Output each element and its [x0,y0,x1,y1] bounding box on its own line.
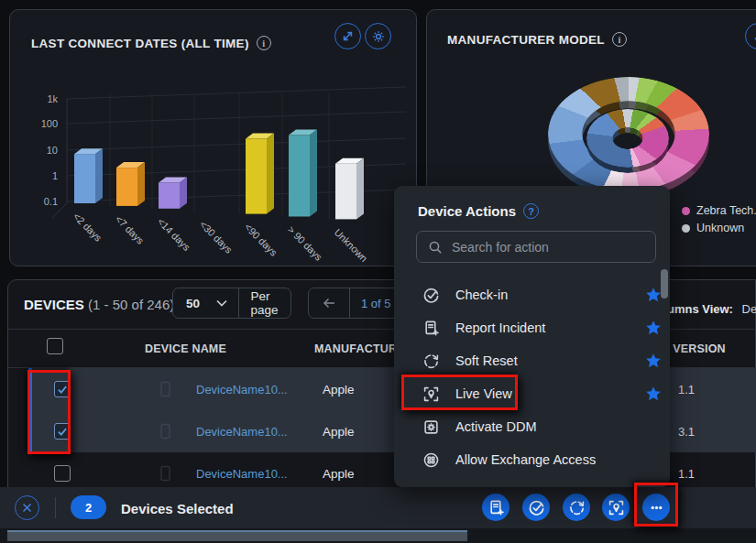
device-manufacturer: Apple [323,383,355,396]
device-icon [159,423,171,440]
legend-item[interactable]: Zebra Tech... [682,204,756,217]
device-version: 1.1 [678,467,695,481]
device-manufacturer: Apple [323,425,355,439]
device-version: 1.1 [678,383,695,396]
live-view-icon [608,500,624,516]
chevron-down-icon[interactable] [216,299,227,307]
svg-text:<14 days: <14 days [156,216,193,254]
info-icon[interactable]: i [257,36,271,50]
popup-scrollbar[interactable] [661,269,668,299]
report-incident-icon [423,320,439,336]
chart-legend: Zebra Tech...Unknown [682,204,756,234]
popup-title: Device Actions [418,203,516,219]
device-icon [159,465,171,482]
svg-text:> 90 days: > 90 days [286,223,325,263]
legend-dot [682,224,690,233]
svg-text:<30 days: <30 days [198,219,236,256]
svg-text:1: 1 [52,170,58,181]
device-name-link[interactable]: DeviceName10... [196,467,288,481]
gear-icon[interactable] [365,23,391,49]
selection-label: Devices Selected [121,501,234,516]
annotation-live-view [401,375,518,410]
page-size-control[interactable]: 50 Per page [172,288,291,319]
expand-icon[interactable] [334,23,361,49]
svg-text:0.1: 0.1 [44,196,58,207]
horizontal-scrollbar-thumb[interactable] [7,530,467,541]
svg-text:100: 100 [41,118,58,129]
svg-text:Unknown: Unknown [333,226,370,264]
page-size-value[interactable]: 50 [173,297,213,310]
devices-title: DEVICES [24,297,84,312]
star-icon[interactable] [645,287,662,303]
legend-item[interactable]: Unknown [682,222,756,234]
help-icon[interactable]: ? [523,203,539,219]
report-incident-icon [488,500,504,516]
action-search-input[interactable] [452,240,635,255]
horizontal-scrollbar[interactable] [0,528,756,543]
star-icon[interactable] [645,320,662,336]
svg-text:<90 days: <90 days [243,222,280,259]
menu-item-label: Check-in [455,288,508,302]
per-page-label: Per page [239,289,290,317]
check-in-button[interactable] [522,494,550,521]
device-name-link[interactable]: DeviceName10... [196,425,288,439]
menu-item-allow-exchange-access[interactable]: Allow Exchange Access [407,443,651,476]
device-icon [159,381,171,397]
star-icon[interactable] [645,353,662,369]
menu-item-label: Allow Exchange Access [455,452,596,467]
check-in-icon [423,288,439,303]
report-incident-button[interactable] [482,494,509,521]
legend-label: Unknown [696,222,744,234]
annotation-more-button [634,483,678,527]
column-device-name[interactable]: DEVICE NAME [145,342,226,355]
svg-text:10: 10 [47,145,58,156]
last-connect-panel: LAST CONNECT DATES (ALL TIME) i 1k100101… [9,9,417,266]
check-in-icon [529,500,544,516]
svg-text:1k: 1k [47,93,58,104]
device-manufacturer: Apple [323,467,355,481]
menu-item-label: Activate DDM [455,419,537,434]
device-version: 3.1 [678,425,695,439]
soft-reset-button[interactable] [563,494,590,521]
menu-item-label: Report Incident [455,320,545,335]
select-all-checkbox[interactable] [47,338,63,354]
menu-item-label: Soft Reset [455,353,518,368]
live-view-button[interactable] [602,494,630,521]
legend-label: Zebra Tech... [696,204,756,217]
device-actions-popup: Device Actions ? Check-inReport Incident… [394,186,670,487]
menu-item-report-incident[interactable]: Report Incident [407,311,651,344]
menu-item-soft-reset[interactable]: Soft Reset [407,344,651,377]
soft-reset-icon [569,500,585,516]
devices-range: (1 - 50 of 246) [88,297,174,312]
annotation-checkboxes [27,370,71,454]
menu-item-activate-ddm[interactable]: Activate DDM [407,410,651,443]
selected-count-badge: 2 [71,495,106,519]
row-checkbox[interactable] [54,465,71,482]
device-name-link[interactable]: DeviceName10... [196,383,288,396]
exchange-access-icon [423,452,439,468]
clear-selection-button[interactable] [15,495,39,520]
soft-reset-icon [423,353,439,369]
svg-text:<7 days: <7 days [114,213,147,246]
star-icon[interactable] [645,386,662,402]
columns-view-value: Default [737,302,756,316]
legend-dot [682,207,690,215]
svg-text:<2 days: <2 days [71,211,104,244]
prev-page-button[interactable] [309,297,349,310]
action-search-box[interactable] [416,231,656,263]
activate-ddm-icon [423,419,439,435]
last-connect-title: LAST CONNECT DATES (ALL TIME) [31,37,249,50]
last-connect-bar-chart: 1k1001010.1<2 days<7 days<14 days<30 day… [10,60,416,266]
menu-item-check-in[interactable]: Check-in [407,278,651,311]
donut-inner-ring[interactable] [586,109,669,168]
search-icon [428,240,443,255]
